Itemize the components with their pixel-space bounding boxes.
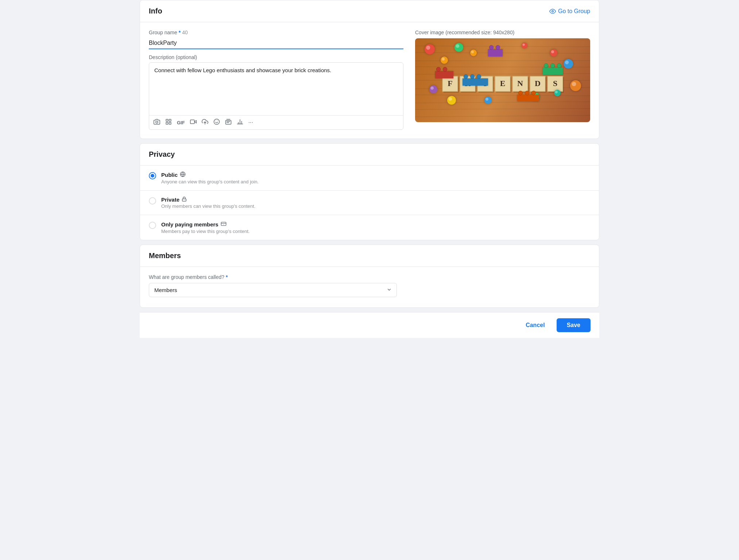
description-container: Connect with fellow Lego enthusiasts and… (149, 62, 403, 130)
description-label: Description (optional) (149, 54, 403, 60)
svg-rect-7 (190, 120, 194, 124)
svg-rect-4 (166, 122, 168, 124)
members-type-select[interactable]: Members Participants Subscribers Fans Fo… (149, 283, 397, 297)
privacy-option-private[interactable]: Private Only members can view this group… (140, 191, 599, 215)
privacy-option-public[interactable]: Public Anyone can view this group's cont… (140, 166, 599, 191)
gif-icon[interactable]: GIF (177, 120, 185, 125)
video-icon[interactable] (190, 118, 197, 127)
description-textarea[interactable]: Connect with fellow Lego enthusiasts and… (149, 63, 403, 114)
caption-icon[interactable] (225, 118, 232, 127)
chart-icon[interactable] (237, 118, 243, 127)
svg-point-9 (214, 119, 219, 125)
payment-icon (221, 221, 227, 228)
svg-rect-22 (182, 199, 186, 201)
required-star-members: * (226, 274, 228, 280)
info-right-panel: Cover image (recommended size: 940x280) (415, 30, 590, 130)
info-left-panel: Group name * 40 Description (optional) C… (149, 30, 403, 130)
members-section: Members What are group members called? *… (140, 245, 599, 308)
cancel-button[interactable]: Cancel (518, 318, 552, 332)
privacy-private-title: Private (161, 197, 255, 203)
goto-group-link[interactable]: Go to Group (549, 8, 590, 15)
lock-icon (182, 197, 187, 203)
description-field: Description (optional) Connect with fell… (149, 54, 403, 130)
privacy-section-header: Privacy (140, 144, 599, 166)
cover-image-canvas (415, 38, 590, 122)
more-icon[interactable]: ··· (248, 119, 253, 126)
svg-marker-6 (194, 120, 196, 123)
eye-icon (549, 8, 556, 15)
radio-paying[interactable] (149, 222, 156, 229)
info-section: Info Go to Group Group name * 40 (140, 0, 599, 139)
info-body: Group name * 40 Description (optional) C… (140, 22, 599, 139)
group-name-field: Group name * 40 (149, 30, 403, 49)
svg-point-0 (552, 10, 554, 12)
radio-private[interactable] (149, 197, 156, 205)
privacy-public-desc: Anyone can view this group's content and… (161, 179, 259, 184)
svg-rect-5 (169, 122, 171, 124)
privacy-public-title: Public (161, 171, 259, 178)
globe-icon (180, 171, 186, 178)
camera-icon[interactable] (154, 118, 160, 127)
cover-image-wrapper (415, 38, 590, 122)
info-section-header: Info Go to Group (140, 0, 599, 22)
svg-rect-2 (166, 119, 168, 121)
privacy-option-paying[interactable]: Only paying members Members pay to view … (140, 215, 599, 240)
privacy-private-text: Private Only members can view this group… (161, 197, 255, 209)
save-button[interactable]: Save (557, 318, 591, 332)
char-count: 40 (182, 30, 188, 35)
album-icon[interactable] (165, 118, 172, 127)
required-star-name: * (179, 30, 181, 35)
privacy-private-desc: Only members can view this group's conte… (161, 203, 255, 209)
svg-point-1 (156, 121, 158, 123)
emoji-icon[interactable] (213, 118, 220, 127)
members-section-title: Members (149, 252, 181, 260)
privacy-section: Privacy Public Anyone can view this grou… (140, 143, 599, 240)
svg-rect-3 (169, 119, 171, 121)
cover-image-label: Cover image (recommended size: 940x280) (415, 30, 590, 35)
svg-rect-23 (221, 222, 226, 225)
privacy-section-title: Privacy (149, 150, 175, 158)
privacy-paying-title: Only paying members (161, 221, 249, 228)
radio-public[interactable] (149, 172, 156, 179)
group-name-input[interactable] (149, 38, 403, 49)
footer-bar: Cancel Save (140, 312, 599, 338)
members-section-header: Members (140, 245, 599, 267)
privacy-options-list: Public Anyone can view this group's cont… (140, 166, 599, 240)
upload-icon[interactable] (202, 118, 208, 127)
privacy-paying-desc: Members pay to view this group's content… (161, 229, 249, 234)
members-body: What are group members called? * Members… (140, 267, 599, 307)
privacy-paying-text: Only paying members Members pay to view … (161, 221, 249, 234)
info-section-title: Info (149, 7, 162, 15)
members-select-wrapper: Members Participants Subscribers Fans Fo… (149, 283, 397, 297)
members-field-label: What are group members called? * (149, 274, 590, 280)
group-name-label: Group name * 40 (149, 30, 188, 35)
description-toolbar: GIF (149, 115, 403, 129)
privacy-public-text: Public Anyone can view this group's cont… (161, 171, 259, 184)
